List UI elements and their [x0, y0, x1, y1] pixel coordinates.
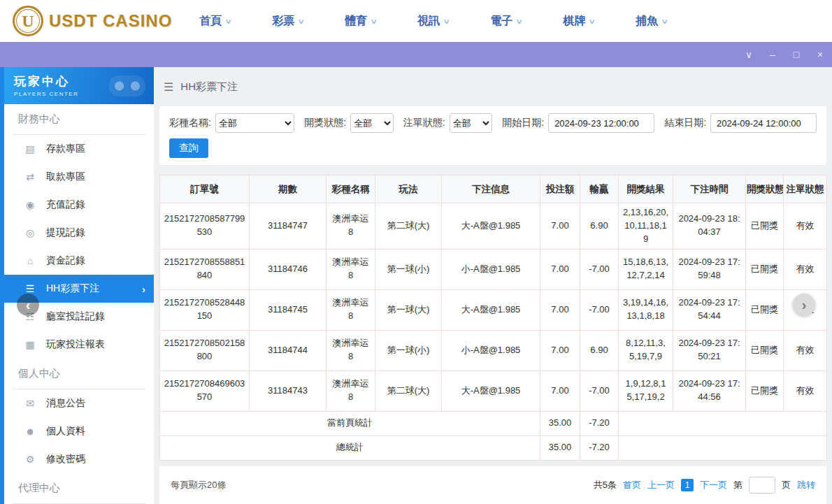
- nav-item-home[interactable]: 首頁∨: [179, 14, 252, 29]
- nav-label: 棋牌: [563, 14, 585, 29]
- cell-period: 31184743: [250, 370, 327, 411]
- column-header: 投注額: [540, 175, 580, 203]
- logo-initial: U: [22, 12, 34, 31]
- cell-time: 2024-09-23 17:50:21: [673, 330, 746, 370]
- jump-button[interactable]: 跳转: [797, 479, 815, 491]
- sidebar-section: 財務中心▤存款專區⇄取款專區◉充值記錄◎提現記錄⌂資金記錄☰HH彩票下注›☷廳室…: [4, 113, 154, 359]
- column-header: 期數: [250, 175, 327, 203]
- column-header: 開獎結果: [619, 175, 673, 203]
- cell-draw_status: 已開獎: [746, 370, 784, 411]
- cell-result: 8,12,11,3,5,19,7,9: [619, 330, 673, 370]
- cell-bet_status: 有效: [784, 203, 827, 250]
- nav-item-video[interactable]: 視訊∨: [397, 14, 470, 29]
- cell-lottery: 澳洲幸运8: [327, 203, 375, 250]
- cell-time: 2024-09-23 17:54:44: [673, 289, 746, 330]
- lottery-name-select[interactable]: 全部: [215, 113, 294, 133]
- announcement-icon: ✉: [24, 398, 36, 409]
- cell-order: 2152172708528448150: [160, 289, 250, 330]
- summary-amount: 35.00: [540, 411, 580, 435]
- summary-row: 總統計35.00-7.20: [160, 435, 827, 460]
- sidebar-item-withdraw[interactable]: ⇄取款專區: [4, 163, 154, 191]
- cell-amount: 7.00: [540, 330, 580, 370]
- menu-toggle-icon[interactable]: ☰: [164, 80, 173, 94]
- page-jump-input[interactable]: [749, 477, 775, 494]
- content-area: 彩種名稱: 全部 開獎狀態: 全部 注單狀態: 全部 開始日期:: [154, 106, 832, 504]
- cell-lottery: 澳洲幸运8: [327, 249, 375, 289]
- chevron-down-icon: ∨: [588, 17, 596, 25]
- summary-winloss: -7.20: [580, 435, 619, 460]
- cashout-icon: ◎: [24, 227, 36, 238]
- sidebar-item-announcement[interactable]: ✉消息公告: [4, 389, 154, 417]
- report-icon: ▦: [24, 339, 36, 350]
- next-page-link[interactable]: 下一页: [700, 479, 727, 491]
- recharge-icon: ◉: [24, 199, 36, 210]
- summary-winloss: -7.20: [580, 411, 619, 435]
- deposit-icon: ▤: [24, 143, 36, 154]
- nav-label: 電子: [490, 14, 512, 29]
- breadcrumb: HH彩票下注: [180, 80, 238, 94]
- cell-bet_status: 有效: [784, 370, 827, 411]
- column-header: 玩法: [375, 175, 442, 203]
- sidebar-item-label: HH彩票下注: [46, 282, 99, 295]
- start-date-label: 開始日期:: [502, 117, 544, 129]
- cell-draw_status: 已開獎: [746, 249, 784, 289]
- cell-play: 第二球(大): [375, 203, 442, 250]
- summary-empty: [619, 411, 827, 435]
- sidebar-item-deposit[interactable]: ▤存款專區: [4, 135, 154, 163]
- cell-lottery: 澳洲幸运8: [327, 370, 375, 411]
- cell-info: 大-A盤@1.985: [442, 289, 540, 330]
- sidebar-item-recharge[interactable]: ◉充值記錄: [4, 191, 154, 219]
- bet-status-select[interactable]: 全部: [450, 113, 493, 133]
- withdraw-icon: ⇄: [24, 171, 36, 182]
- nav-item-slots[interactable]: 電子∨: [470, 14, 543, 29]
- cell-amount: 7.00: [540, 203, 580, 250]
- nav-item-fishing[interactable]: 捕魚∨: [615, 14, 688, 29]
- sidebar-item-label: 存款專區: [46, 143, 85, 155]
- summary-label: 當前頁統計: [160, 411, 540, 435]
- end-date-input[interactable]: [710, 113, 817, 133]
- cell-order: 2152172708502158800: [160, 330, 250, 370]
- nav-item-sports[interactable]: 體育∨: [324, 14, 397, 29]
- current-page[interactable]: 1: [681, 479, 694, 491]
- table-header-row: 訂單號期數彩種名稱玩法下注信息投注額輸贏開獎結果下注時間開獎狀態注單狀態: [160, 175, 827, 203]
- cell-winloss: -7.00: [580, 249, 619, 289]
- search-button[interactable]: 查詢: [169, 138, 208, 158]
- scroll-right-button[interactable]: ›: [793, 294, 815, 316]
- window-close-icon[interactable]: ×: [814, 50, 826, 59]
- table-row: 215217270852844815031184745澳洲幸运8第一球(大)大-…: [160, 289, 827, 330]
- first-page-link[interactable]: 首页: [623, 479, 641, 491]
- sidebar-item-password[interactable]: ⚙修改密碼: [4, 445, 154, 473]
- sidebar-item-cashout[interactable]: ◎提現記錄: [4, 219, 154, 247]
- sidebar-item-funds[interactable]: ⌂資金記錄: [4, 247, 154, 275]
- summary-label: 總統計: [160, 435, 540, 460]
- sidebar-item-label: 資金記錄: [46, 254, 85, 267]
- table-row: 215217270846960357031184743澳洲幸运8第二球(大)大-…: [160, 370, 827, 411]
- column-header: 開獎狀態: [746, 175, 784, 203]
- draw-status-select[interactable]: 全部: [350, 113, 394, 133]
- brand-logo[interactable]: U USDT CASINO: [13, 6, 179, 36]
- cell-amount: 7.00: [540, 370, 580, 411]
- sidebar-section: 個人中心✉消息公告☻個人資料⚙修改密碼: [4, 367, 154, 473]
- cell-info: 大-A盤@1.985: [442, 203, 540, 250]
- nav-item-cards[interactable]: 棋牌∨: [543, 14, 615, 29]
- cell-amount: 7.00: [540, 289, 580, 330]
- window-collapse-icon[interactable]: ∨: [743, 50, 755, 59]
- prev-page-link[interactable]: 上一页: [647, 479, 675, 491]
- nav-item-lottery[interactable]: 彩票∨: [252, 14, 324, 29]
- cell-result: 3,19,14,16,13,1,8,18: [619, 289, 673, 330]
- start-date-input[interactable]: [548, 113, 654, 133]
- cell-draw_status: 已開獎: [746, 330, 784, 370]
- sidebar-item-report[interactable]: ▦玩家投注報表: [4, 331, 154, 359]
- table-row: 215217270850215880031184744澳洲幸运8第一球(小)小-…: [160, 330, 827, 370]
- cell-result: 15,18,6,13,12,7,2,14: [619, 249, 673, 289]
- app-window: U USDT CASINO 首頁∨彩票∨體育∨視訊∨電子∨棋牌∨捕魚∨ ∨ – …: [0, 0, 832, 504]
- cell-bet_status: 有效: [784, 330, 827, 370]
- sidebar-item-profile[interactable]: ☻個人資料: [4, 417, 154, 445]
- column-header: 訂單號: [160, 175, 250, 203]
- window-minimize-icon[interactable]: –: [766, 50, 779, 59]
- scroll-left-button[interactable]: ‹: [17, 294, 39, 316]
- cell-time: 2024-09-23 17:59:48: [673, 249, 746, 289]
- chevron-down-icon: ∨: [224, 17, 232, 25]
- column-header: 注單狀態: [784, 175, 827, 203]
- window-maximize-icon[interactable]: □: [790, 50, 803, 59]
